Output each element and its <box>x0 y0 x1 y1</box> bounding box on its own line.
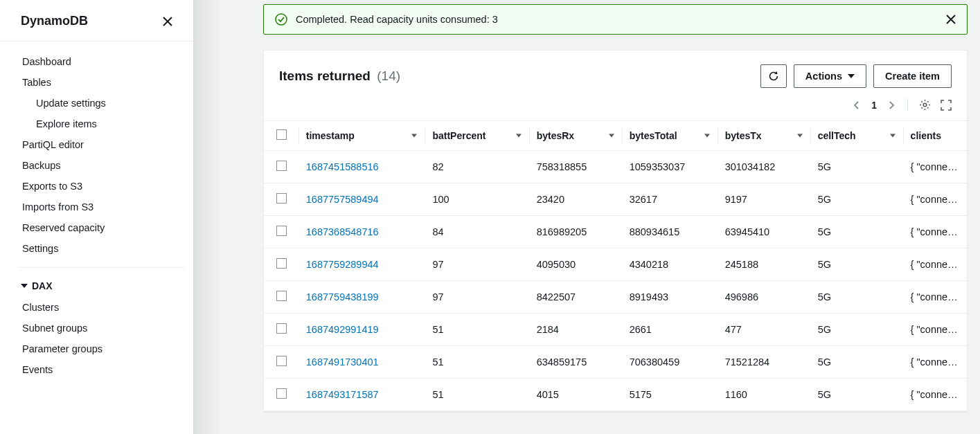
cell-timestamp[interactable]: 1687492991419 <box>306 324 379 335</box>
sort-icon[interactable] <box>516 134 522 138</box>
actions-button[interactable]: Actions <box>794 64 866 88</box>
cell-celltech: 5G <box>811 183 904 216</box>
cell-bytesrx: 4095030 <box>530 248 623 281</box>
create-item-button[interactable]: Create item <box>873 64 952 88</box>
refresh-button[interactable] <box>760 64 787 88</box>
cell-bytestotal: 880934615 <box>623 216 718 248</box>
nav-backups[interactable]: Backups <box>19 155 185 176</box>
cell-clients: { "connecte... <box>904 281 967 314</box>
cell-timestamp[interactable]: 1687759438199 <box>306 291 379 302</box>
pager-page: 1 <box>871 100 877 111</box>
refresh-icon <box>768 71 779 82</box>
nav: Dashboard Tables Update settings Explore… <box>0 42 193 380</box>
cell-timestamp[interactable]: 1687451588516 <box>306 161 379 172</box>
cell-timestamp[interactable]: 1687759289944 <box>306 259 379 270</box>
cell-bytestx: 63945410 <box>718 216 811 248</box>
sort-icon[interactable] <box>609 134 614 138</box>
row-checkbox[interactable] <box>276 291 287 301</box>
check-circle-icon <box>275 13 287 26</box>
cell-battpercent: 51 <box>425 379 529 411</box>
row-checkbox[interactable] <box>276 226 287 236</box>
nav-dax-subnet-groups[interactable]: Subnet groups <box>19 318 185 338</box>
cell-bytestx: 245188 <box>718 248 811 281</box>
pager-next[interactable] <box>888 100 895 110</box>
svg-point-0 <box>276 14 287 25</box>
items-panel: Items returned (14) Actions Create item <box>263 50 968 412</box>
cell-clients: { "connecte... <box>904 183 967 216</box>
select-all-checkbox[interactable] <box>276 129 287 140</box>
table-row: 168749299141951218426614775G{ "connecte.… <box>264 314 967 346</box>
table-row: 168775928994497409503043402182451885G{ "… <box>264 248 967 281</box>
nav-section-dax[interactable]: DAX <box>19 275 185 297</box>
table-header-row: timestamp battPercent bytesRx bytesTotal… <box>264 121 967 151</box>
sort-icon[interactable] <box>411 134 417 138</box>
flash-close-icon[interactable] <box>946 15 956 24</box>
service-title: DynamoDB <box>21 14 88 28</box>
nav-tables[interactable]: Tables <box>19 72 185 93</box>
nav-dax-parameter-groups[interactable]: Parameter groups <box>19 338 185 359</box>
sort-icon[interactable] <box>704 134 710 138</box>
cell-bytestotal: 32617 <box>623 183 718 216</box>
caret-down-icon <box>848 74 855 78</box>
svg-point-1 <box>923 103 927 107</box>
nav-update-settings[interactable]: Update settings <box>19 93 185 114</box>
cell-bytestotal: 5175 <box>623 379 718 411</box>
cell-timestamp[interactable]: 1687368548716 <box>306 226 379 237</box>
cell-battpercent: 51 <box>425 314 529 346</box>
sidebar: DynamoDB Dashboard Tables Update setting… <box>0 0 194 434</box>
nav-imports-s3[interactable]: Imports from S3 <box>19 197 185 217</box>
col-bytestotal[interactable]: bytesTotal <box>623 121 718 151</box>
cell-bytesrx: 816989205 <box>530 216 623 248</box>
panel-count: (14) <box>377 69 400 83</box>
nav-exports-s3[interactable]: Exports to S3 <box>19 176 185 197</box>
nav-dax-clusters[interactable]: Clusters <box>19 297 185 318</box>
row-checkbox[interactable] <box>276 258 287 269</box>
cell-bytestotal: 4340218 <box>623 248 718 281</box>
nav-dashboard[interactable]: Dashboard <box>19 51 185 72</box>
col-bytesrx[interactable]: bytesRx <box>530 121 623 151</box>
nav-reserved-capacity[interactable]: Reserved capacity <box>19 217 185 238</box>
cell-clients: { "connecte... <box>904 314 967 346</box>
flash-success: Completed. Read capacity units consumed:… <box>263 4 968 35</box>
sort-icon[interactable] <box>890 134 896 138</box>
cell-celltech: 5G <box>811 216 904 248</box>
row-checkbox[interactable] <box>276 161 287 171</box>
cell-battpercent: 82 <box>425 151 529 183</box>
cell-bytestotal: 8919493 <box>623 281 718 314</box>
cell-clients: { "connecte... <box>904 379 967 411</box>
row-checkbox[interactable] <box>276 193 287 204</box>
cell-bytestx: 71521284 <box>718 346 811 379</box>
col-bytestx[interactable]: bytesTx <box>718 121 811 151</box>
cell-timestamp[interactable]: 1687493171587 <box>306 389 379 400</box>
nav-partiql[interactable]: PartiQL editor <box>19 134 185 155</box>
settings-icon[interactable] <box>919 99 931 111</box>
cell-bytestotal: 2661 <box>623 314 718 346</box>
create-item-label: Create item <box>885 71 940 82</box>
col-clients[interactable]: clients <box>904 121 967 151</box>
row-checkbox[interactable] <box>276 356 287 366</box>
table-row: 1687493171587514015517511605G{ "connecte… <box>264 379 967 411</box>
cell-bytesrx: 634859175 <box>530 346 623 379</box>
nav-settings[interactable]: Settings <box>19 238 185 259</box>
cell-timestamp[interactable]: 1687491730401 <box>306 356 379 368</box>
nav-dax-events[interactable]: Events <box>19 359 185 380</box>
col-battpercent[interactable]: battPercent <box>425 121 529 151</box>
pager-prev[interactable] <box>853 100 860 110</box>
pager: 1 <box>853 100 895 111</box>
col-timestamp[interactable]: timestamp <box>299 121 426 151</box>
fullscreen-icon[interactable] <box>941 100 952 111</box>
cell-battpercent: 97 <box>425 281 529 314</box>
cell-bytesrx: 758318855 <box>530 151 623 183</box>
cell-bytestotal: 1059353037 <box>623 151 718 183</box>
close-icon[interactable] <box>163 17 172 26</box>
row-checkbox[interactable] <box>276 323 287 334</box>
sort-icon[interactable] <box>797 134 803 138</box>
nav-explore-items[interactable]: Explore items <box>19 114 185 134</box>
cell-bytesrx: 8422507 <box>530 281 623 314</box>
col-celltech[interactable]: cellTech <box>811 121 904 151</box>
cell-clients: { "connecte... <box>904 151 967 183</box>
cell-celltech: 5G <box>811 281 904 314</box>
cell-timestamp[interactable]: 1687757589494 <box>306 194 379 205</box>
cell-celltech: 5G <box>811 379 904 411</box>
row-checkbox[interactable] <box>276 388 287 399</box>
